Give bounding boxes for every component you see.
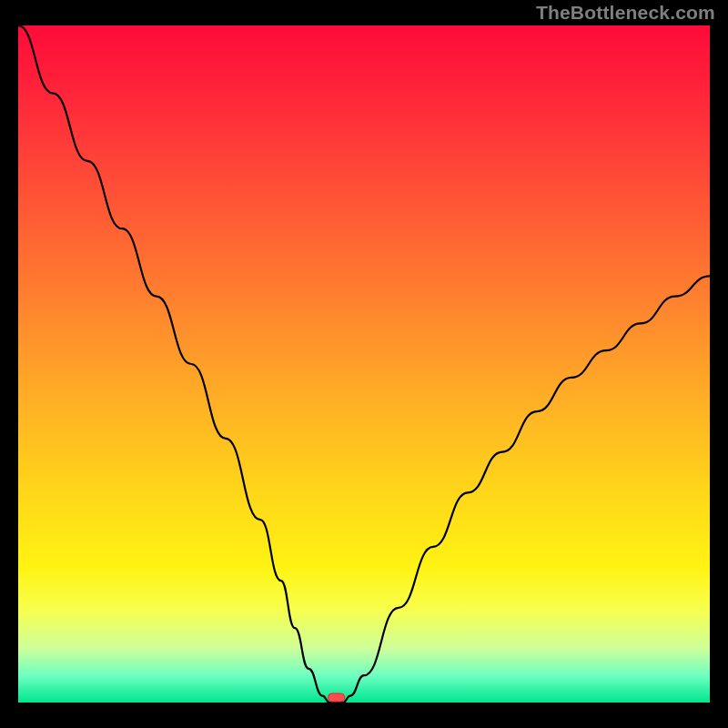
bottleneck-curve [18, 25, 710, 703]
optimal-point-marker [329, 693, 345, 702]
chart-frame: TheBottleneck.com [0, 0, 728, 728]
watermark-text: TheBottleneck.com [536, 2, 715, 24]
plot-area [18, 25, 710, 703]
curve-layer [18, 25, 710, 703]
